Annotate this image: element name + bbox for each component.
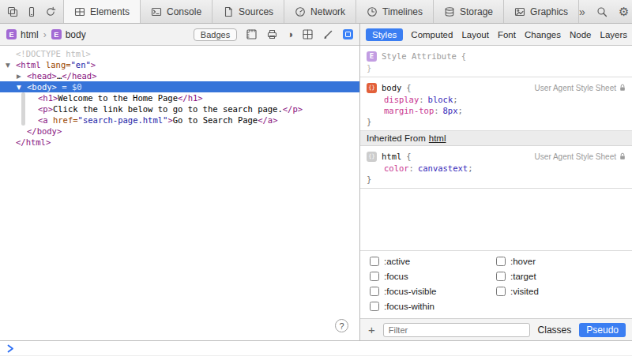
tab-styles[interactable]: Styles	[366, 28, 403, 41]
pseudo-row: :focus-within	[370, 302, 496, 311]
pseudo-visited-checkbox[interactable]	[496, 287, 506, 296]
style-attribute-section[interactable]: E Style Attribute { }	[360, 46, 632, 77]
tab-layers[interactable]: Layers	[599, 28, 628, 41]
css-property[interactable]: color:canvastext;	[367, 163, 626, 174]
console-prompt-chevron-icon	[7, 344, 14, 353]
pseudo-label: :hover	[510, 257, 536, 266]
style-attribute-label: Style Attribute	[382, 51, 457, 61]
tab-elements[interactable]: Elements	[64, 0, 141, 23]
dom-token: "search-page.html"	[78, 115, 168, 125]
disclosure-triangle[interactable]: ▼	[6, 60, 10, 71]
dom-tree-line[interactable]: <p>Click the link below to go to the sea…	[0, 103, 359, 114]
pseudo-active-checkbox[interactable]	[370, 257, 379, 266]
help-button[interactable]: ?	[335, 319, 348, 332]
breadcrumb-item-html[interactable]: html	[21, 29, 39, 40]
disclosure-triangle[interactable]: ▶	[17, 71, 21, 82]
tab-node[interactable]: Node	[569, 28, 592, 41]
dom-breadcrumb-bar: E html › E body Badges ◑	[0, 24, 359, 45]
breadcrumb-item-body[interactable]: body	[66, 29, 86, 40]
pseudo-label: :focus-within	[384, 302, 434, 311]
badges-button[interactable]: Badges	[194, 28, 237, 41]
tab-graphics[interactable]: Graphics	[504, 0, 579, 23]
grid-overlay-icon[interactable]	[302, 28, 314, 40]
styles-sidebar: E Style Attribute { } {} body { User Age…	[360, 46, 632, 340]
print-icon[interactable]	[266, 28, 278, 40]
paint-flashing-icon[interactable]	[322, 28, 334, 40]
close-brace: }	[367, 116, 626, 127]
rule-selector[interactable]: body	[382, 83, 401, 92]
dom-tree-line[interactable]: ▼<html lang="en">	[0, 59, 359, 70]
dom-token: </p>	[283, 104, 303, 114]
tab-changes[interactable]: Changes	[524, 28, 562, 41]
pseudo-focus-visible-checkbox[interactable]	[370, 287, 379, 296]
timelines-icon	[367, 6, 378, 17]
pseudo-toggle-button[interactable]: Pseudo	[579, 323, 626, 337]
dom-tree-line[interactable]: <!DOCTYPE html>	[0, 48, 359, 59]
classes-toggle-button[interactable]: Classes	[536, 325, 574, 336]
dom-token: <h1>	[38, 93, 58, 103]
stylesheet-origin-label: User Agent Style Sheet	[535, 84, 626, 92]
device-icon[interactable]	[26, 6, 37, 17]
tab-storage[interactable]: Storage	[434, 0, 504, 23]
rule-selector[interactable]: html	[382, 152, 401, 161]
dom-token: "en"	[71, 60, 91, 69]
tab-label: Network	[310, 6, 345, 17]
console-icon	[151, 6, 162, 17]
settings-gear-icon[interactable]: ⚙	[619, 6, 629, 17]
tab-console[interactable]: Console	[141, 0, 213, 23]
element-badge-icon: E	[367, 51, 377, 62]
css-rule-html: {} html { User Agent Style Sheet color:c…	[360, 146, 632, 189]
dom-tree-line[interactable]: </html>	[0, 137, 359, 148]
element-badge-icon: E	[6, 29, 17, 39]
tab-network[interactable]: Network	[284, 0, 356, 23]
dom-tree-line[interactable]: <a href="search-page.html">Go to Search …	[0, 114, 359, 126]
console-prompt[interactable]	[0, 341, 632, 356]
dom-tree-line[interactable]: ▶<head>…</head>	[0, 70, 359, 81]
dom-token: <head>	[27, 71, 57, 81]
pseudo-row: :target	[496, 272, 623, 281]
user-agent-stylesheet-icon: {}	[367, 152, 377, 162]
reload-icon[interactable]	[45, 6, 56, 17]
disclosure-triangle[interactable]: ▼	[17, 82, 21, 93]
tab-computed[interactable]: Computed	[410, 28, 453, 41]
pseudo-focus-within-checkbox[interactable]	[370, 302, 379, 311]
pseudo-hover-checkbox[interactable]	[496, 257, 506, 266]
styles-empty-space	[360, 189, 632, 250]
dom-tree-line[interactable]: </body>	[0, 126, 359, 137]
dom-tree-line[interactable]: ▼<body> = $0	[0, 81, 359, 92]
devtools-top-toolbar: Elements Console Sources Network Timelin…	[0, 0, 632, 24]
appearance-icon[interactable]: ◑	[287, 29, 293, 39]
css-property[interactable]: margin-top:8px;	[367, 105, 626, 116]
dock-side-icon[interactable]	[7, 6, 18, 17]
tab-layout[interactable]: Layout	[461, 28, 490, 41]
pseudo-focus-checkbox[interactable]	[370, 272, 379, 281]
tab-sources[interactable]: Sources	[213, 0, 284, 23]
network-icon	[295, 6, 306, 17]
tab-label: Storage	[460, 6, 493, 17]
selected-subtree-indicator	[21, 92, 25, 126]
element-selection-icon[interactable]	[343, 29, 353, 39]
sources-icon	[223, 6, 234, 17]
styles-footer-bar: + Classes Pseudo	[360, 318, 632, 340]
more-tabs-icon[interactable]: »	[579, 6, 585, 17]
style-filter-input[interactable]	[383, 323, 530, 337]
rulers-icon[interactable]	[246, 28, 258, 40]
tab-label: Elements	[90, 6, 130, 17]
pseudo-label: :active	[384, 257, 410, 266]
css-property[interactable]: display:block;	[367, 94, 626, 105]
pseudo-label: :visited	[510, 287, 539, 296]
element-badge-icon: E	[51, 29, 62, 39]
dom-token: </a>	[258, 115, 277, 125]
new-rule-button[interactable]: +	[367, 324, 377, 336]
devtools-tabs: Elements Console Sources Network Timelin…	[63, 0, 579, 23]
secondary-toolbar: E html › E body Badges ◑ Styles Computed…	[0, 24, 632, 46]
search-icon[interactable]	[596, 6, 608, 17]
tab-font[interactable]: Font	[497, 28, 517, 41]
tab-timelines[interactable]: Timelines	[356, 0, 434, 23]
close-brace: }	[367, 62, 626, 73]
toolbar-right-group: » ⚙	[579, 6, 632, 17]
inherited-node-link[interactable]: html	[429, 133, 446, 143]
open-brace: {	[406, 83, 411, 92]
dom-tree-line[interactable]: <h1>Welcome to the Home Page</h1>	[0, 92, 359, 103]
pseudo-target-checkbox[interactable]	[496, 272, 506, 281]
